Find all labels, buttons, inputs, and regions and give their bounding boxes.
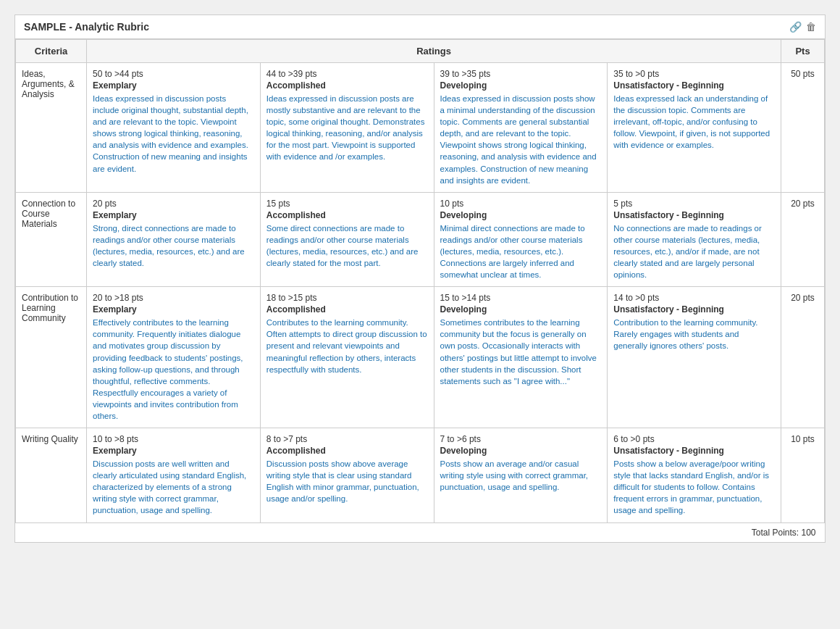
pts-cell: 20 pts [781,287,825,428]
rating-cell: 10 ptsDevelopingMinimal direct connectio… [434,192,608,286]
rating-cell: 8 to >7 ptsAccomplishedDiscussion posts … [260,428,434,522]
pts-cell: 10 pts [781,428,825,522]
rating-desc: Posts show an average and/or casual writ… [440,458,602,493]
rating-pts-label: 15 pts [266,199,428,209]
total-row: Total Points: 100 [16,522,825,542]
rating-desc: Strong, direct connections are made to r… [93,222,254,269]
rating-level: Developing [440,304,602,314]
rubric-table: Criteria Ratings Pts Ideas, Arguments, &… [15,39,825,542]
rubric-header: SAMPLE - Analytic Rubric 🔗 🗑 [15,15,825,39]
rating-cell: 20 to >18 ptsExemplaryEffectively contri… [87,287,261,428]
rating-desc: Contribution to the learning community. … [613,317,775,351]
rating-pts-label: 7 to >6 pts [440,434,602,444]
rating-level: Developing [440,446,602,456]
rating-desc: Posts show a below average/poor writing … [613,458,775,516]
rating-cell: 15 to >14 ptsDevelopingSometimes contrib… [434,287,608,428]
rubric-container: SAMPLE - Analytic Rubric 🔗 🗑 Criteria Ra… [14,14,826,543]
rating-pts-label: 20 pts [93,199,254,209]
rating-cell: 5 ptsUnsatisfactory - BeginningNo connec… [608,192,781,286]
pts-cell: 50 pts [781,63,825,193]
rating-cell: 44 to >39 ptsAccomplishedIdeas expressed… [260,63,434,193]
rating-pts-label: 10 pts [440,199,602,209]
rating-pts-label: 5 pts [613,199,775,209]
table-row: Connection to Course Materials20 ptsExem… [16,192,825,286]
criteria-cell: Writing Quality [16,428,87,522]
pts-cell: 20 pts [781,192,825,286]
rating-desc: Ideas expressed lack an understanding of… [613,93,775,151]
rating-desc: Contributes to the learning community. O… [266,317,428,375]
rating-pts-label: 10 to >8 pts [93,434,254,444]
rating-level: Developing [440,80,602,91]
rating-level: Exemplary [93,304,254,314]
rating-pts-label: 44 to >39 pts [266,69,428,79]
rating-level: Unsatisfactory - Beginning [613,80,775,91]
rating-pts-label: 14 to >0 pts [613,293,775,303]
rating-pts-label: 20 to >18 pts [93,293,254,303]
rating-cell: 6 to >0 ptsUnsatisfactory - BeginningPos… [608,428,781,522]
rating-desc: Ideas expressed in discussion posts show… [440,93,602,186]
rating-level: Developing [440,210,602,220]
criteria-cell: Ideas, Arguments, & Analysis [16,63,87,193]
rating-desc: Ideas expressed in discussion posts incl… [93,93,254,175]
rating-desc: Sometimes contributes to the learning co… [440,317,602,387]
criteria-header: Criteria [16,40,87,63]
table-row: Contribution to Learning Community20 to … [16,287,825,428]
rating-level: Accomplished [266,80,428,91]
header-icons: 🔗 🗑 [789,21,816,33]
trash-icon[interactable]: 🗑 [806,21,816,33]
rating-level: Exemplary [93,210,254,220]
total-label: Total Points: 100 [16,522,825,542]
ratings-header: Ratings [87,40,781,63]
rating-desc: No connections are made to readings or o… [613,222,775,280]
criteria-cell: Connection to Course Materials [16,192,87,286]
rating-cell: 15 ptsAccomplishedSome direct connection… [260,192,434,286]
rating-level: Accomplished [266,304,428,314]
rating-level: Unsatisfactory - Beginning [613,210,775,220]
rating-cell: 7 to >6 ptsDevelopingPosts show an avera… [434,428,608,522]
rating-pts-label: 18 to >15 pts [266,293,428,303]
rating-pts-label: 15 to >14 pts [440,293,602,303]
rating-level: Unsatisfactory - Beginning [613,446,775,456]
rating-level: Accomplished [266,446,428,456]
rating-level: Unsatisfactory - Beginning [613,304,775,314]
rating-cell: 20 ptsExemplaryStrong, direct connection… [87,192,261,286]
rating-cell: 14 to >0 ptsUnsatisfactory - BeginningCo… [608,287,781,428]
rating-pts-label: 50 to >44 pts [93,69,254,79]
rating-cell: 10 to >8 ptsExemplaryDiscussion posts ar… [87,428,261,522]
table-header-row: Criteria Ratings Pts [16,40,825,63]
link-icon[interactable]: 🔗 [789,21,802,33]
rating-desc: Minimal direct connections are made to r… [440,222,602,280]
rating-desc: Effectively contributes to the learning … [93,317,254,422]
rating-desc: Ideas expressed in discussion posts are … [266,93,428,163]
rating-pts-label: 8 to >7 pts [266,434,428,444]
rating-cell: 50 to >44 ptsExemplaryIdeas expressed in… [87,63,261,193]
rating-pts-label: 39 to >35 pts [440,69,602,79]
rating-desc: Discussion posts show above average writ… [266,458,428,504]
rating-level: Accomplished [266,210,428,220]
rubric-title: SAMPLE - Analytic Rubric [24,21,149,33]
rating-desc: Some direct connections are made to read… [266,222,428,269]
table-row: Writing Quality10 to >8 ptsExemplaryDisc… [16,428,825,522]
rating-pts-label: 35 to >0 pts [613,69,775,79]
criteria-cell: Contribution to Learning Community [16,287,87,428]
rating-cell: 18 to >15 ptsAccomplishedContributes to … [260,287,434,428]
table-row: Ideas, Arguments, & Analysis50 to >44 pt… [16,63,825,193]
rating-level: Exemplary [93,80,254,91]
rating-cell: 39 to >35 ptsDevelopingIdeas expressed i… [434,63,608,193]
pts-header: Pts [781,40,825,63]
rating-level: Exemplary [93,446,254,456]
rating-cell: 35 to >0 ptsUnsatisfactory - BeginningId… [608,63,781,193]
rating-desc: Discussion posts are well written and cl… [93,458,254,516]
rating-pts-label: 6 to >0 pts [613,434,775,444]
